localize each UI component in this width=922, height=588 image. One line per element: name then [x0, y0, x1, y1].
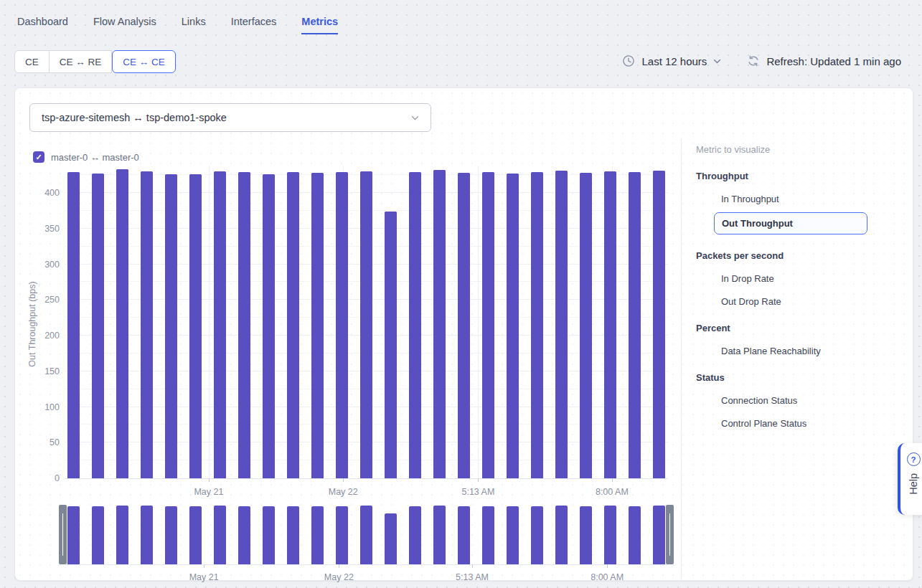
y-tick-label: 300	[44, 260, 60, 270]
series-label: master-0 ↔ master-0	[51, 152, 139, 163]
chevron-down-icon	[713, 59, 721, 64]
bar	[604, 171, 616, 478]
brush-bar	[311, 506, 324, 564]
bar	[458, 173, 470, 478]
question-circle-icon: ?	[907, 452, 921, 466]
gridline-v	[478, 166, 479, 478]
view-tab-0[interactable]: CE	[14, 50, 50, 73]
metric-item-in-throughput[interactable]: In Throughput	[721, 194, 895, 204]
time-range-selector[interactable]: Last 12 hours	[622, 54, 721, 67]
brush-bar	[458, 506, 470, 564]
metric-item-connection-status[interactable]: Connection Status	[721, 395, 895, 406]
brush-bar	[531, 506, 543, 565]
bar	[409, 172, 421, 478]
brush-tick-mark	[204, 564, 204, 568]
y-tick-label: 250	[44, 295, 60, 305]
brush-bar	[263, 506, 275, 564]
refresh-button[interactable]: Refresh: Updated 1 min ago	[747, 54, 901, 67]
brush-bar	[214, 506, 226, 564]
y-axis-labels: 050100150200250300350400	[21, 166, 60, 478]
nav-item-flow-analysis[interactable]: Flow Analysis	[93, 16, 156, 34]
bar	[238, 172, 250, 478]
gridline-v	[209, 166, 210, 478]
x-tick-label: May 21	[194, 487, 223, 497]
y-tick-label: 350	[44, 224, 60, 234]
view-tab-1[interactable]: CE ↔ RE	[50, 50, 113, 73]
brush-bar	[141, 506, 153, 564]
bar	[385, 212, 397, 478]
brush-bar	[189, 506, 202, 564]
brush-bar	[580, 506, 592, 564]
y-tick-label: 150	[44, 366, 60, 376]
metrics-card: tsp-azure-sitemesh ↔ tsp-demo1-spoke ✓ m…	[14, 87, 913, 581]
bar	[67, 172, 80, 478]
brush-x-tick-label: 5:13 AM	[456, 572, 489, 582]
brush-bar	[433, 506, 446, 564]
metric-item-out-throughput[interactable]: Out Throughput	[714, 212, 867, 234]
refresh-label: Refresh: Updated 1 min ago	[766, 55, 901, 67]
nav-item-interfaces[interactable]: Interfaces	[231, 16, 277, 34]
series-checkbox[interactable]: ✓	[33, 151, 44, 163]
metric-groups: ThroughputIn ThroughputOut ThroughputPac…	[696, 171, 895, 429]
brush-bar	[555, 506, 568, 564]
view-scope-tabs: CECE ↔ RECE ↔ CE	[14, 50, 176, 73]
metric-sidebar: Metric to visualize ThroughputIn Through…	[681, 138, 913, 580]
x-tick-mark	[612, 478, 613, 482]
metric-group-percent: Percent	[696, 323, 895, 333]
brush-bar	[507, 506, 519, 564]
bar	[360, 171, 372, 478]
help-label: Help	[908, 473, 919, 495]
brush-x-axis-labels: May 21May 225:13 AM8:00 AM	[65, 572, 668, 585]
bar	[482, 172, 494, 478]
metric-item-data-plane-reachability[interactable]: Data Plane Reachability	[721, 346, 895, 356]
bar	[214, 171, 226, 478]
bar	[555, 171, 568, 478]
brush-handle-right[interactable]	[666, 505, 674, 564]
bar	[629, 172, 641, 478]
bar	[507, 174, 519, 478]
metric-group-throughput: Throughput	[696, 171, 895, 181]
y-tick-label: 0	[55, 473, 60, 483]
metric-item-out-drop-rate[interactable]: Out Drop Rate	[721, 296, 895, 307]
pair-selector[interactable]: tsp-azure-sitemesh ↔ tsp-demo1-spoke	[29, 103, 431, 132]
x-tick-label: 8:00 AM	[596, 487, 629, 497]
bar	[92, 174, 104, 478]
chevron-down-icon	[411, 115, 419, 120]
bar	[580, 173, 592, 478]
nav-item-dashboard[interactable]: Dashboard	[17, 16, 68, 34]
x-tick-mark	[343, 478, 344, 482]
brush-bar	[385, 513, 397, 564]
bar	[336, 172, 348, 478]
metrics-page: DashboardFlow AnalysisLinksInterfacesMet…	[0, 0, 922, 588]
brush-bar	[287, 506, 299, 565]
toolbar-right: Last 12 hours Refresh: Updated 1 min ago	[622, 54, 901, 67]
brush-bar	[604, 506, 616, 564]
metric-group-packets-per-second: Packets per second	[696, 250, 895, 261]
metric-group-status: Status	[696, 372, 895, 383]
metric-item-control-plane-status[interactable]: Control Plane Status	[721, 418, 895, 429]
nav-item-metrics[interactable]: Metrics	[301, 16, 338, 34]
bar	[189, 174, 202, 478]
brush-bar	[336, 506, 348, 565]
brush-bar	[629, 506, 641, 565]
brush-x-tick-label: May 22	[324, 572, 354, 582]
brush-bar	[92, 506, 104, 564]
brush-x-tick-label: 8:00 AM	[591, 572, 624, 582]
x-axis-labels: May 21May 225:13 AM8:00 AM	[65, 487, 668, 501]
bar	[433, 170, 446, 478]
help-button[interactable]: ? Help	[898, 443, 922, 515]
brush-bar	[653, 506, 665, 564]
brush-navigator-chart[interactable]	[65, 505, 668, 565]
x-tick-label: 5:13 AM	[461, 487, 494, 497]
nav-item-links[interactable]: Links	[182, 16, 206, 34]
view-tab-2[interactable]: CE ↔ CE	[112, 50, 176, 73]
bar	[653, 171, 665, 478]
x-tick-mark	[209, 478, 210, 482]
metric-item-in-drop-rate[interactable]: In Drop Rate	[721, 273, 895, 284]
brush-handle-left[interactable]	[59, 505, 67, 564]
brush-bar	[482, 506, 494, 565]
brush-bar	[67, 506, 80, 565]
bar	[263, 174, 275, 478]
brush-bar	[116, 506, 128, 564]
y-tick-label: 50	[50, 437, 60, 447]
